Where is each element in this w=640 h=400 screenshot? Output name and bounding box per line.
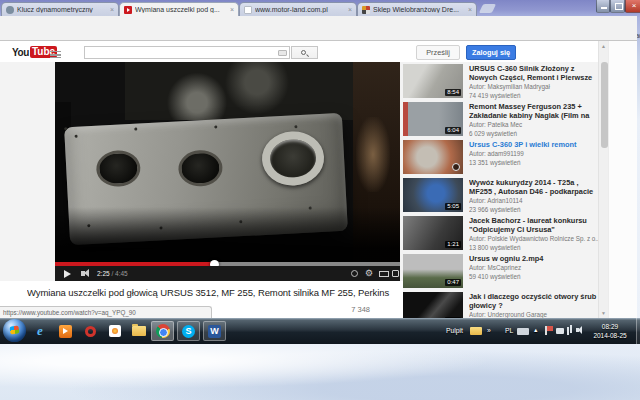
video-views: 74 419 wyświetleń xyxy=(469,92,599,100)
page-scrollbar[interactable]: ▲ ▼ xyxy=(598,41,608,318)
tab-klucz[interactable]: Klucz dynamometryczny × xyxy=(1,2,119,16)
tab-motorland[interactable]: www.motor-land.com.pl × xyxy=(239,2,357,16)
taskbar-gg-messenger[interactable] xyxy=(105,321,125,341)
close-button[interactable]: × xyxy=(625,0,640,13)
opera-icon xyxy=(85,326,96,337)
tab-youtube-active[interactable]: Wymiana uszczelki pod g... × xyxy=(119,2,239,16)
video-thumbnail[interactable]: 0:47 xyxy=(403,254,463,288)
desktop-screen: Klucz dynamometryczny × Wymiana uszczelk… xyxy=(0,0,640,400)
taskbar-chrome-active[interactable] xyxy=(151,321,174,341)
media-player-icon xyxy=(59,325,72,338)
video-thumbnail[interactable] xyxy=(403,140,463,174)
taskbar-opera[interactable] xyxy=(80,321,100,341)
page-favicon-icon xyxy=(244,6,252,14)
play-icon[interactable] xyxy=(64,270,71,278)
search-button[interactable] xyxy=(291,46,318,59)
desktop-wallpaper xyxy=(0,344,640,400)
status-bar-url: https://www.youtube.com/watch?v=aq_YPQ_9… xyxy=(0,306,212,318)
video-scene-engine-block xyxy=(55,62,400,262)
related-video-item[interactable]: 8:54 URSUS C-360 Silnik Złożony z Nowych… xyxy=(403,64,599,98)
windows-flag-icon xyxy=(9,325,19,334)
scroll-down-icon[interactable]: ▼ xyxy=(601,310,606,316)
video-thumbnail[interactable]: 5:46 xyxy=(403,292,463,318)
scroll-up-icon[interactable]: ▲ xyxy=(601,43,606,49)
related-video-item[interactable]: 5:05 Wywóz kukurydzy 2014 - T25a , MF255… xyxy=(403,178,599,212)
video-views: 23 966 wyświetleń xyxy=(469,206,599,214)
video-player[interactable]: 2:25 / 4:45 ⚙ xyxy=(55,62,400,281)
video-views: 13 351 wyświetleń xyxy=(469,159,599,167)
start-button[interactable] xyxy=(3,319,26,342)
background-window-strip xyxy=(608,41,637,318)
related-video-item[interactable]: 6:04 Remont Massey Ferguson 235 + Zakład… xyxy=(403,102,599,136)
tab-sklep[interactable]: Sklep Wielobranżowy Dre... × xyxy=(357,2,477,16)
taskbar-word[interactable]: W xyxy=(203,321,226,341)
video-author[interactable]: Autor: Patelka Mec xyxy=(469,121,599,129)
settings-gear-icon[interactable]: ⚙ xyxy=(365,268,373,278)
desktop-folder-icon[interactable] xyxy=(470,327,482,335)
scrollbar-thumb[interactable] xyxy=(601,62,608,148)
player-controls: 2:25 / 4:45 ⚙ xyxy=(55,266,400,281)
power-icon[interactable] xyxy=(556,328,564,334)
video-frame[interactable] xyxy=(55,62,400,262)
video-thumbnail[interactable]: 1:21 xyxy=(403,216,463,250)
related-video-item[interactable]: 5:46 Jak i dlaczego oczyścić otwory śrub… xyxy=(403,292,599,318)
browser-toolbar xyxy=(0,16,637,41)
network-signal-icon[interactable] xyxy=(567,327,569,335)
maximize-button[interactable] xyxy=(610,0,625,13)
video-author[interactable]: Autor: Maksymilian Madrygał xyxy=(469,83,599,91)
skype-icon: S xyxy=(182,325,195,338)
signin-button[interactable]: Zaloguj się xyxy=(466,45,516,60)
language-indicator[interactable]: PL xyxy=(505,327,513,334)
video-author[interactable]: Autor: Adrian10114 xyxy=(469,197,599,205)
time-display: 2:25 / 4:45 xyxy=(97,270,128,277)
action-center-flag-icon[interactable] xyxy=(545,326,547,335)
fullscreen-icon[interactable] xyxy=(392,270,399,277)
related-video-item[interactable]: 0:47 Ursus w ogniu 2.mp4 Autor: MsCaprin… xyxy=(403,254,599,288)
tab-close-icon[interactable]: × xyxy=(110,6,114,13)
guide-menu-icon[interactable] xyxy=(50,51,61,58)
info-icon[interactable] xyxy=(351,270,358,277)
volume-tray-icon[interactable] xyxy=(576,328,579,332)
browser-window: Klucz dynamometryczny × Wymiana uszczelk… xyxy=(0,0,637,318)
window-caption-buttons: × xyxy=(596,0,640,13)
taskbar-clock[interactable]: 08:29 2014-08-25 xyxy=(586,322,634,340)
tab-close-icon[interactable]: × xyxy=(468,6,472,13)
tab-title: Klucz dynamometryczny xyxy=(17,6,107,13)
keyboard-layout-icon[interactable] xyxy=(517,328,529,335)
volume-icon[interactable] xyxy=(81,271,85,276)
related-video-item[interactable]: Ursus C-360 3P i wielki remont Autor: ad… xyxy=(403,140,599,174)
tab-close-icon[interactable]: × xyxy=(348,6,352,13)
show-desktop-button[interactable] xyxy=(636,318,640,344)
video-thumbnail[interactable]: 6:04 xyxy=(403,102,463,136)
new-tab-button[interactable] xyxy=(479,4,496,13)
theater-mode-icon[interactable] xyxy=(379,271,389,277)
taskbar-internet-explorer[interactable]: e xyxy=(30,321,50,341)
minimize-button[interactable] xyxy=(596,0,610,13)
gg-messenger-icon xyxy=(109,325,121,337)
video-thumbnail[interactable]: 8:54 xyxy=(403,64,463,98)
clock-time: 08:29 xyxy=(586,322,634,331)
search-input[interactable] xyxy=(85,48,278,58)
keyboard-icon[interactable] xyxy=(278,50,287,56)
taskbar-skype[interactable]: S xyxy=(177,321,200,341)
video-author[interactable]: Autor: Polskie Wydawnictwo Rolnicze Sp. … xyxy=(469,235,599,243)
video-author[interactable]: Autor: MsCaprinez xyxy=(469,264,599,272)
video-thumbnail[interactable]: 5:05 xyxy=(403,178,463,212)
desktop-toolbar-label[interactable]: Pulpit xyxy=(446,327,463,334)
search-icon xyxy=(301,50,306,55)
search-box xyxy=(84,46,290,59)
toolbar-overflow-icon[interactable]: » xyxy=(487,327,491,334)
clock-date: 2014-08-25 xyxy=(586,331,634,340)
taskbar-explorer[interactable] xyxy=(129,321,149,341)
hidden-icons-icon[interactable]: ▲ xyxy=(533,327,538,333)
wrench-favicon-icon xyxy=(6,6,14,14)
video-author[interactable]: Autor: adam991199 xyxy=(469,150,599,158)
taskbar-media-player[interactable] xyxy=(55,321,75,341)
shop-favicon-icon xyxy=(362,6,370,14)
video-author[interactable]: Autor: Underground Garage xyxy=(469,311,599,318)
word-icon: W xyxy=(208,325,221,338)
upload-button[interactable]: Prześlij xyxy=(416,45,460,60)
tab-title: Sklep Wielobranżowy Dre... xyxy=(373,6,465,13)
tab-close-icon[interactable]: × xyxy=(230,6,234,13)
related-video-item[interactable]: 1:21 Jacek Bachorz - laureat konkursu "O… xyxy=(403,216,599,250)
